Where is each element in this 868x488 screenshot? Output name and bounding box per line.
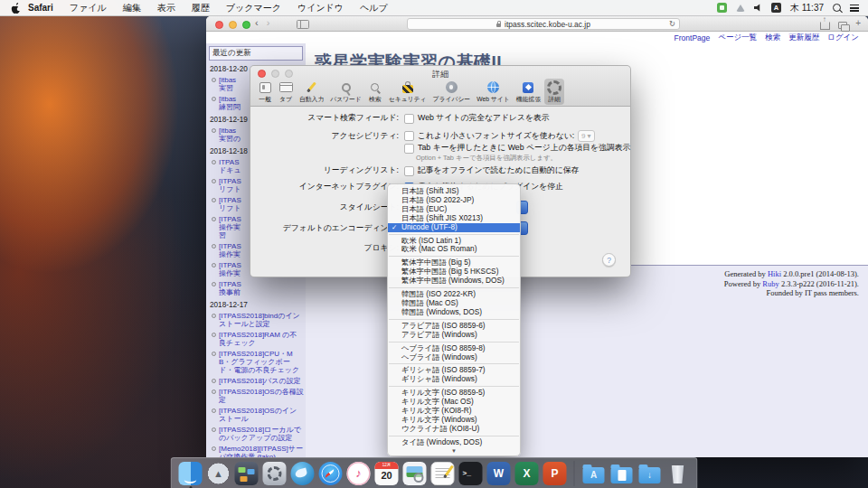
calendar-month-band: 12月 [375, 462, 399, 469]
menu-4[interactable]: 履歴 [184, 3, 218, 13]
menu-2[interactable]: 編集 [115, 3, 149, 13]
dock-launchpad-icon[interactable]: ▲ [207, 462, 231, 485]
dock-finder-icon[interactable] [179, 462, 203, 485]
sidebar-item-link[interactable]: [ITPASS2018]CPU・MB・グラフィックボード・電源の不良チェック [219, 350, 304, 374]
sidebar-item-link[interactable]: [ITPASS2018]ローカルでのバックアップの設定 [219, 426, 304, 442]
proxy-label: プロキシ: [261, 243, 399, 254]
stylesheet-row: スタイルシート: [261, 202, 404, 213]
encoding-menu-item[interactable]: ウクライナ語 (KOI8-U) [388, 425, 520, 434]
menu-3[interactable]: 表示 [149, 3, 184, 13]
reload-button[interactable]: ↻ [669, 19, 675, 29]
sidebar-item-link[interactable]: [ITPASS2018]OSのインストール [219, 407, 304, 423]
dock-calendar-icon[interactable]: 12月20 [375, 462, 399, 485]
tab-overview-button[interactable] [838, 22, 847, 29]
volume-icon[interactable] [754, 4, 762, 12]
smart-search-checkbox[interactable] [404, 114, 414, 124]
min-font-size-label: これより小さいフォントサイズを使わない: [418, 131, 574, 142]
dock-folder-documents-icon[interactable] [610, 462, 634, 485]
wiki-nav-link[interactable]: ログイン [827, 33, 859, 43]
menu-1[interactable]: ファイル [61, 3, 115, 13]
preferences-titlebar: 詳細 一般タブ自動入力パスワード検索セキュリティプライバシーWeb サイト機能拡… [250, 66, 630, 107]
prefs-tab-privacy[interactable]: プライバシー [430, 79, 474, 105]
min-font-size-checkbox[interactable] [404, 131, 414, 141]
encoding-menu-item[interactable]: ヘブライ語 (Windows) [388, 353, 520, 362]
sidebar-item-link[interactable]: [ITPASS2018]RAM の不良チェック [219, 331, 304, 347]
dock-folder-applications-icon[interactable]: A [582, 462, 606, 485]
prefs-tab-passwords[interactable]: パスワード [327, 79, 364, 105]
reading-list-checkbox[interactable] [404, 166, 414, 176]
encoding-menu-item-label: 繁体字中国語 (Big 5 HKSCS) [401, 267, 498, 276]
encoding-menu-item[interactable]: アラビア語 (Windows) [388, 331, 520, 340]
wiki-nav-link[interactable]: FrontPage [675, 33, 711, 42]
menu-5[interactable]: ブックマーク [218, 3, 289, 13]
dock-trash-icon[interactable] [666, 462, 690, 485]
prefs-tab-label: プライバシー [433, 95, 471, 104]
checkmark-icon: ✓ [392, 223, 397, 232]
share-button[interactable]: ↑ [820, 22, 830, 30]
prefs-tab-search[interactable]: 検索 [365, 79, 385, 105]
wifi-icon[interactable] [736, 5, 745, 12]
encoding-menu-item[interactable]: 韓国語 (Windows, DOS) [388, 308, 520, 317]
dock-powerpoint-icon[interactable]: P [543, 462, 567, 485]
encoding-menu-item[interactable]: ギリシャ語 (Windows) [388, 375, 520, 384]
encoding-menu-item[interactable]: 繁体字中国語 (Windows, DOS) [388, 277, 520, 286]
footer-link[interactable]: Ruby [762, 279, 778, 288]
menu-app[interactable]: Safari [28, 3, 61, 13]
wiki-nav-links: FrontPageページ一覧検索更新履歴ログイン [206, 32, 868, 43]
prefs-tab-websites[interactable]: Web サイト [474, 79, 513, 105]
prefs-tab-tabs[interactable]: タブ [276, 79, 296, 105]
sidebar-item-link[interactable]: [ITPASS2018]bindのインストールと設定 [219, 312, 304, 328]
status-app-icon[interactable] [717, 3, 727, 13]
encoding-menu-item[interactable]: 欧米 (Mac OS Roman) [388, 245, 520, 254]
prefs-tab-security[interactable]: セキュリティ [386, 79, 429, 105]
encoding-menu-item[interactable]: ✓Unicode (UTF-8) [388, 223, 520, 232]
sidebar-item-link[interactable]: [ITPASS2018]バスの設定 [219, 377, 304, 385]
zoom-button[interactable] [242, 21, 250, 29]
minimize-button[interactable] [229, 21, 237, 29]
menu-7[interactable]: ヘルプ [352, 3, 396, 13]
spotlight-icon[interactable] [833, 4, 841, 12]
sidebar-item-link[interactable]: [ITPASS2018]OSの各種設定 [219, 388, 304, 404]
dock-safari-icon[interactable] [319, 462, 343, 485]
sidebar-toggle-button[interactable] [297, 20, 309, 29]
dock-terminal-icon[interactable]: >_ [459, 462, 483, 485]
close-button[interactable] [215, 21, 223, 29]
dock-word-icon[interactable]: W [487, 462, 511, 485]
font-size-select[interactable]: 9 ▾ [578, 130, 594, 142]
menu-scroll-down-icon[interactable]: ▼ [388, 447, 520, 455]
wiki-nav-link[interactable]: ページ一覧 [718, 33, 757, 43]
notification-center-icon[interactable] [850, 5, 859, 12]
dock-textedit-icon[interactable] [431, 462, 455, 485]
footer-link[interactable]: Hiki [768, 269, 781, 278]
menu-6[interactable]: ウインドウ [289, 3, 352, 13]
wiki-nav-link[interactable]: 検索 [765, 33, 780, 43]
new-tab-button[interactable]: + [855, 17, 861, 30]
tab-highlight-checkbox[interactable] [404, 144, 414, 154]
prefs-tab-general[interactable]: 一般 [255, 79, 275, 105]
menu-bar-menus: Safariファイル編集表示履歴ブックマークウインドウヘルプ [28, 2, 396, 14]
help-button[interactable]: ? [602, 253, 616, 267]
prefs-tab-extensions[interactable]: 機能拡張 [514, 79, 543, 105]
dock-thunderbird-icon[interactable] [291, 462, 315, 485]
dock-system-preferences-icon[interactable] [263, 462, 287, 485]
dock-folder-downloads-icon[interactable]: ↓ [638, 462, 662, 485]
encoding-menu-item[interactable]: タイ語 (Windows, DOS) [388, 438, 520, 447]
general-icon [258, 80, 272, 94]
prefs-tab-autofill[interactable]: 自動入力 [297, 79, 326, 105]
back-button[interactable]: ‹ [255, 16, 259, 30]
forward-button[interactable]: › [267, 16, 270, 30]
dock-preview-icon[interactable] [403, 462, 427, 485]
apple-menu-icon[interactable] [11, 2, 21, 14]
address-bar[interactable]: itpass.scitec.kobe-u.ac.jp ↻ [407, 18, 680, 30]
wiki-nav-link[interactable]: 更新履歴 [788, 33, 819, 43]
sidebar-item-link[interactable]: [ITPAS 換事前 [219, 280, 304, 296]
dock-itunes-icon[interactable]: ♪ [347, 462, 371, 485]
input-source-icon[interactable]: A [771, 3, 781, 13]
encoding-menu-item-label: 韓国語 (Mac OS) [401, 298, 458, 307]
menu-bar-clock[interactable]: 木 11:37 [790, 2, 824, 14]
prefs-tab-advanced[interactable]: 詳細 [544, 79, 564, 105]
dock-excel-icon[interactable]: X [515, 462, 539, 485]
sidebar-item-link[interactable]: [Memo2018][ITPASS]サーバ交換作業 (tako) [219, 445, 304, 457]
toolbar-right-buttons: ↑ + [820, 17, 861, 30]
dock-mission-control-icon[interactable] [235, 462, 259, 485]
